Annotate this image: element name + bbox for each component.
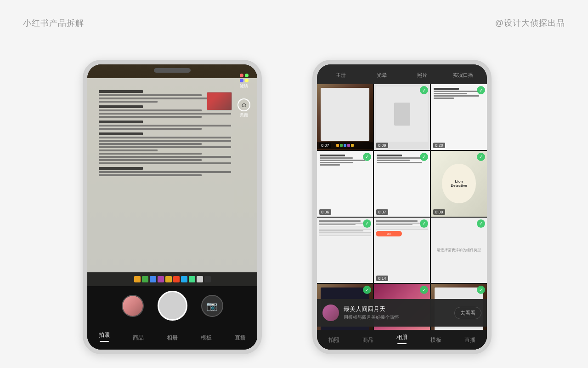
card-avatar-image xyxy=(322,305,339,321)
gallery-ui: 主册 光晕 照片 实况口播 xyxy=(317,64,487,350)
right-tab-live-label: 直播 xyxy=(464,336,475,344)
dock-icon-trash xyxy=(204,276,211,282)
mini-doc-5 xyxy=(374,151,430,217)
filter-button[interactable]: 滤镜 xyxy=(240,74,249,89)
camera-flip-button[interactable]: 📷 xyxy=(201,295,223,317)
dock-icon-finder xyxy=(142,276,148,282)
right-tab-album[interactable]: 相册 xyxy=(396,334,407,344)
gallery-tab-live-label: 实况口播 xyxy=(453,72,473,78)
camera-controls: 📷 拍照 商品 相册 模板 直播 xyxy=(87,286,257,350)
dock-icon-ps xyxy=(150,276,156,282)
shutter-row: 📷 xyxy=(122,291,223,321)
right-tab-template[interactable]: 模板 xyxy=(430,336,441,344)
video-cell-1[interactable]: 0:07 xyxy=(317,84,373,150)
left-tab-album-label: 相册 xyxy=(167,334,178,342)
left-tab-template-label: 模板 xyxy=(201,334,212,342)
right-nav-tabs: 拍照 商品 相册 模板 直播 xyxy=(317,330,487,350)
left-tab-live[interactable]: 直播 xyxy=(235,334,246,342)
camera-viewfinder: 滤镜 ☺ 美颜 xyxy=(87,64,257,286)
gallery-tab-filter-label: 光晕 xyxy=(377,72,387,78)
video-duration-8: 0:14 xyxy=(376,276,388,281)
dock-icon-chrome xyxy=(134,276,141,282)
lion-logo: LionDetective xyxy=(442,164,475,203)
video-cell-5[interactable]: ✓ 0:07 xyxy=(374,151,430,217)
right-tab-product-label: 商品 xyxy=(362,336,373,344)
card-action-button[interactable]: 去看看 xyxy=(454,307,481,319)
gallery-header[interactable]: 主册 光晕 照片 实况口播 xyxy=(317,64,487,84)
video-check-7: ✓ xyxy=(363,219,371,228)
card-avatar xyxy=(322,305,339,321)
gallery-tab-main-label: 主册 xyxy=(336,72,346,78)
left-tab-product-label: 商品 xyxy=(133,334,144,342)
video-check-9: ✓ xyxy=(477,219,485,228)
camera-top-controls[interactable]: 滤镜 ☺ 美颜 xyxy=(237,74,250,118)
doc-thumbnail xyxy=(207,92,232,110)
bottom-recommendation-card[interactable]: 最美人间四月天 用模板与四月美好撞个满怀 去看看 xyxy=(317,299,487,327)
header-right-title: @设计大侦探出品 xyxy=(495,17,565,29)
gallery-thumbnail[interactable] xyxy=(122,295,144,317)
left-tab-album[interactable]: 相册 xyxy=(167,334,178,342)
video-cell-6[interactable]: LionDetective ✓ 0:09 xyxy=(431,151,487,217)
card-title: 最美人间四月天 xyxy=(344,305,450,313)
video-check-12: ✓ xyxy=(477,286,485,294)
left-tab-template[interactable]: 模板 xyxy=(201,334,212,342)
video-duration-3: 0:20 xyxy=(433,143,445,148)
video-check-11: ✓ xyxy=(420,286,428,294)
active-underline xyxy=(397,343,407,344)
gallery-tab-main[interactable]: 主册 xyxy=(321,70,362,80)
gallery-tab-filter[interactable]: 光晕 xyxy=(362,70,402,80)
video-duration-2: 0:09 xyxy=(376,143,388,148)
dock-icon-4 xyxy=(181,276,187,282)
camera-notch xyxy=(154,68,191,73)
video-duration-5: 0:07 xyxy=(376,209,388,215)
camera-icon: 📷 xyxy=(206,300,218,311)
video-duration-4: 0:06 xyxy=(319,209,331,215)
video-duration-6: 0:09 xyxy=(433,209,445,215)
right-tab-capture[interactable]: 拍照 xyxy=(328,336,339,344)
right-tab-product[interactable]: 商品 xyxy=(362,336,373,344)
video-cell-4[interactable]: ✓ 0:06 xyxy=(317,151,373,217)
beauty-button[interactable]: ☺ 美颜 xyxy=(237,98,250,118)
video-cell-3[interactable]: ✓ 0:20 xyxy=(431,84,487,150)
filter-dots-grid xyxy=(240,74,249,82)
left-tab-product[interactable]: 商品 xyxy=(133,334,144,342)
left-phone-frame: 滤镜 ☺ 美颜 📷 xyxy=(83,60,262,354)
video-check-3: ✓ xyxy=(477,86,485,94)
card-subtitle: 用模板与四月美好撞个满怀 xyxy=(344,314,450,321)
lion-text: LionDetective xyxy=(451,179,467,188)
right-tab-album-label: 相册 xyxy=(396,334,407,341)
shutter-button[interactable] xyxy=(158,291,187,321)
gallery-tab-live[interactable]: 实况口播 xyxy=(443,70,484,80)
gallery-tab-photo[interactable]: 照片 xyxy=(402,70,443,80)
video-cell-8[interactable]: 确认 ✓ 0:14 xyxy=(374,218,430,283)
left-tab-capture-label: 拍照 xyxy=(99,331,110,339)
mini-doc-3 xyxy=(431,84,487,150)
thumb-inner xyxy=(207,92,232,110)
video-check-5: ✓ xyxy=(420,153,428,161)
right-tab-capture-label: 拍照 xyxy=(328,336,339,344)
filter-dot-red xyxy=(240,74,243,77)
video-cell-9[interactable]: 请选择需要添加的组件类型 ✓ xyxy=(431,218,487,283)
right-phone-frame: 主册 光晕 照片 实况口播 xyxy=(312,60,492,354)
right-tab-live[interactable]: 直播 xyxy=(464,336,475,344)
mini-doc-4 xyxy=(317,151,373,217)
dock-icon-3 xyxy=(173,276,180,282)
video-check-10: ✓ xyxy=(363,286,371,294)
filter-dot-blue xyxy=(240,79,243,82)
left-tab-capture[interactable]: 拍照 xyxy=(99,331,110,342)
mac-taskbar xyxy=(87,272,257,286)
filter-label: 滤镜 xyxy=(240,83,248,89)
gallery-tab-photo-label: 照片 xyxy=(417,72,427,78)
video-cell-2[interactable]: ✓ 0:09 xyxy=(374,84,430,150)
video-check-8: ✓ xyxy=(420,219,428,228)
filter-dot-green xyxy=(245,74,249,77)
active-underline xyxy=(100,341,109,342)
beauty-label: 美颜 xyxy=(240,112,248,118)
camera-ui: 滤镜 ☺ 美颜 📷 xyxy=(87,64,257,350)
filter-dot-yellow xyxy=(245,79,249,82)
video-cell-7[interactable]: ✓ xyxy=(317,218,373,283)
dock-icon-2 xyxy=(165,276,172,282)
video-check-6: ✓ xyxy=(477,153,485,161)
dock-icon-6 xyxy=(197,276,203,282)
video-check-4: ✓ xyxy=(363,153,371,161)
